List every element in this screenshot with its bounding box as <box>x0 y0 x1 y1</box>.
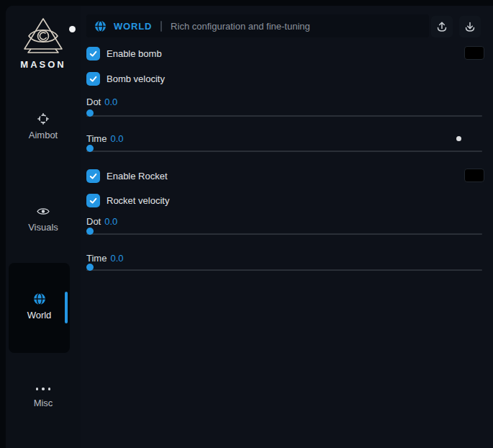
slider-value: 0.0 <box>104 97 117 107</box>
active-tab-indicator <box>65 292 68 323</box>
page-title: WORLD <box>114 21 152 32</box>
slider-track <box>86 151 482 152</box>
slider-rocket-time[interactable] <box>86 264 482 276</box>
page-header: WORLD Rich configuration and fine-tuning <box>86 14 429 37</box>
rocket-color-swatch[interactable] <box>464 169 484 182</box>
check-icon <box>89 196 98 205</box>
sidebar-item-label: Misc <box>6 398 81 408</box>
all-seeing-eye-icon <box>6 17 81 55</box>
check-icon <box>89 74 98 84</box>
logo-wordmark: MASON <box>6 59 81 70</box>
checkbox-checked <box>86 194 100 207</box>
check-icon <box>89 171 98 181</box>
eye-icon <box>6 205 81 218</box>
bomb-color-swatch[interactable] <box>464 46 484 60</box>
sidebar-item-label: World <box>9 310 70 321</box>
page-subtitle: Rich configuration and fine-tuning <box>171 21 310 32</box>
slider-rocket-dot[interactable] <box>86 228 482 240</box>
app-window: MASON Aimbot <box>0 0 493 448</box>
slider-label-time: Time0.0 <box>86 253 123 264</box>
checkbox-label: Rocket velocity <box>107 195 169 206</box>
globe-icon <box>94 20 107 32</box>
checkbox-label: Enable Rocket <box>107 171 168 182</box>
crosshair-icon <box>6 112 81 125</box>
sidebar-item-label: Visuals <box>6 222 81 233</box>
app-logo: MASON <box>6 17 81 70</box>
checkbox-label: Enable bomb <box>107 48 162 59</box>
slider-track <box>86 233 482 235</box>
slider-value: 0.0 <box>110 133 123 144</box>
checkbox-checked <box>86 169 100 183</box>
cursor-dot <box>456 136 461 141</box>
slider-thumb[interactable] <box>86 264 94 271</box>
import-config-button[interactable] <box>459 16 481 37</box>
download-icon <box>464 21 476 32</box>
sidebar: MASON Aimbot <box>6 6 81 448</box>
slider-thumb[interactable] <box>86 145 94 152</box>
upload-icon <box>436 21 448 32</box>
slider-thumb[interactable] <box>86 109 94 117</box>
main-window: MASON Aimbot <box>6 6 493 448</box>
checkbox-enable-rocket[interactable]: Enable Rocket <box>86 169 168 183</box>
ellipsis-icon <box>6 385 81 393</box>
export-config-button[interactable] <box>431 16 453 37</box>
slider-track <box>86 269 482 271</box>
slider-label-dot: Dot0.0 <box>86 216 117 227</box>
check-icon <box>89 49 98 58</box>
slider-label-dot: Dot0.0 <box>86 97 117 107</box>
sidebar-item-world-selected[interactable]: World <box>9 263 70 353</box>
checkbox-label: Bomb velocity <box>107 73 165 84</box>
sidebar-item-label: Aimbot <box>6 130 81 140</box>
divider <box>160 21 162 32</box>
checkbox-checked <box>86 47 100 61</box>
slider-thumb[interactable] <box>86 228 94 235</box>
slider-track <box>86 115 482 117</box>
slider-label-time: Time0.0 <box>86 133 123 144</box>
slider-value: 0.0 <box>110 253 123 264</box>
sidebar-item-misc[interactable]: Misc <box>6 382 81 408</box>
globe-icon <box>9 292 70 305</box>
checkbox-checked <box>86 72 100 86</box>
slider-bomb-dot[interactable] <box>86 109 482 122</box>
checkbox-enable-bomb[interactable]: Enable bomb <box>86 46 162 61</box>
checkbox-rocket-velocity[interactable]: Rocket velocity <box>86 193 169 207</box>
slider-value: 0.0 <box>104 216 117 227</box>
cursor-dot <box>69 26 76 32</box>
sidebar-item-aimbot[interactable]: Aimbot <box>6 112 81 140</box>
checkbox-bomb-velocity[interactable]: Bomb velocity <box>86 71 165 86</box>
slider-bomb-time[interactable] <box>86 145 482 157</box>
sidebar-item-visuals[interactable]: Visuals <box>6 205 81 233</box>
